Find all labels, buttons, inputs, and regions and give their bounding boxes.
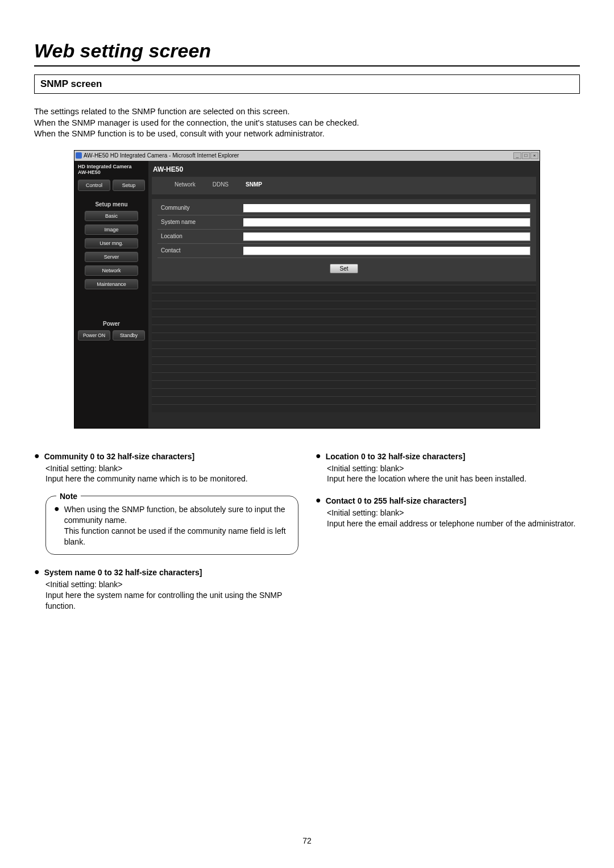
- set-button[interactable]: Set: [330, 264, 358, 273]
- menu-network[interactable]: Network: [85, 265, 138, 276]
- contact-input[interactable]: [243, 246, 530, 255]
- section-title: SNMP screen: [40, 78, 574, 90]
- bullet-icon: ●: [54, 504, 60, 547]
- standby-button[interactable]: Standby: [113, 330, 145, 340]
- location-initial: <Initial setting: blank>: [327, 463, 580, 474]
- intro-line: The settings related to the SNMP functio…: [34, 106, 580, 118]
- page-title: Web setting screen: [34, 40, 580, 62]
- tab-network[interactable]: Network: [175, 181, 196, 188]
- intro-line: When the SNMP manager is used for the co…: [34, 118, 580, 129]
- location-input[interactable]: [243, 232, 530, 241]
- menu-maintenance[interactable]: Maintenance: [85, 279, 138, 289]
- menu-server[interactable]: Server: [85, 252, 138, 262]
- bullet-icon: ●: [34, 451, 40, 462]
- contact-initial: <Initial setting: blank>: [327, 508, 580, 518]
- minimize-button[interactable]: _: [513, 152, 521, 159]
- note-title: Note: [56, 491, 81, 502]
- location-label: Location: [157, 233, 243, 239]
- menu-basic[interactable]: Basic: [85, 211, 138, 221]
- window-title: AW-HE50 HD Integrated Camera - Microsoft…: [84, 152, 239, 159]
- maximize-button[interactable]: □: [522, 152, 530, 159]
- community-body: Input here the community name which is t…: [45, 474, 298, 484]
- power-label: Power: [74, 321, 148, 327]
- decorative-lines: [152, 285, 536, 412]
- system-name-label: System name: [157, 219, 243, 225]
- title-rule: [34, 65, 580, 67]
- section-box: SNMP screen: [34, 74, 580, 94]
- desc-left-column: ●Community 0 to 32 half-size characters]…: [34, 451, 298, 623]
- ie-icon: [76, 152, 82, 159]
- desc-right-column: ●Location 0 to 32 half-size characters] …: [316, 451, 580, 623]
- system-name-head: System name 0 to 32 half-size characters…: [44, 567, 202, 578]
- tab-setup[interactable]: Setup: [113, 180, 145, 191]
- window-titlebar: AW-HE50 HD Integrated Camera - Microsoft…: [74, 151, 540, 161]
- browser-window: AW-HE50 HD Integrated Camera - Microsoft…: [74, 150, 540, 429]
- location-head: Location 0 to 32 half-size characters]: [326, 451, 466, 462]
- bullet-icon: ●: [34, 567, 40, 578]
- bullet-icon: ●: [316, 496, 321, 506]
- contact-label: Contact: [157, 247, 243, 254]
- community-head: Community 0 to 32 half-size characters]: [44, 451, 195, 462]
- power-on-button[interactable]: Power ON: [78, 330, 110, 340]
- tab-ddns[interactable]: DDNS: [213, 181, 229, 188]
- snmp-form: Community System name Location Cont: [152, 199, 536, 281]
- community-input[interactable]: [243, 203, 530, 213]
- sub-tabs: Network DDNS SNMP: [152, 177, 536, 194]
- sidebar: HD Integrated Camera AW-HE50 Control Set…: [74, 161, 148, 428]
- intro-text: The settings related to the SNMP functio…: [34, 106, 580, 140]
- model-title: AW-HE50: [152, 165, 536, 177]
- bullet-icon: ●: [316, 451, 321, 462]
- note-body: When using the SNMP function, be absolut…: [64, 504, 290, 547]
- intro-line: When the SNMP function is to be used, co…: [34, 128, 580, 140]
- location-body: Input here the location where the unit h…: [327, 474, 580, 484]
- main-pane: AW-HE50 Network DDNS SNMP Community Syst…: [148, 161, 540, 428]
- close-button[interactable]: ×: [530, 152, 538, 159]
- system-name-body: Input here the system name for controlli…: [45, 590, 298, 612]
- community-initial: <Initial setting: blank>: [45, 463, 298, 474]
- menu-image[interactable]: Image: [85, 225, 138, 235]
- tab-control[interactable]: Control: [78, 180, 110, 191]
- page-number: 72: [0, 836, 614, 845]
- setup-menu-label: Setup menu: [74, 197, 148, 211]
- sidebar-header: HD Integrated Camera AW-HE50: [74, 161, 148, 180]
- contact-body: Input here the email address or telephon…: [327, 518, 580, 529]
- community-label: Community: [157, 205, 243, 211]
- system-name-initial: <Initial setting: blank>: [45, 579, 298, 590]
- tab-snmp[interactable]: SNMP: [246, 181, 262, 188]
- system-name-input[interactable]: [243, 218, 530, 227]
- contact-head: Contact 0 to 255 half-size characters]: [326, 496, 466, 506]
- note-box: Note ● When using the SNMP function, be …: [45, 496, 298, 555]
- menu-user-mng[interactable]: User mng.: [85, 238, 138, 248]
